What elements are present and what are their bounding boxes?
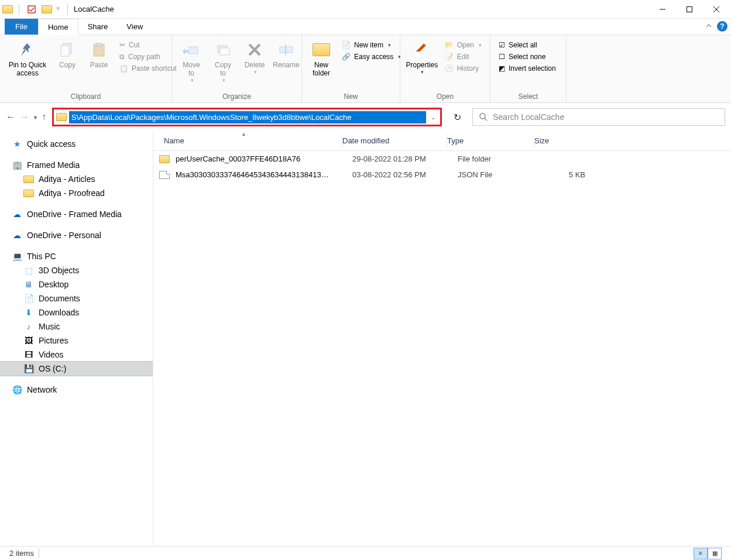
rename-button[interactable]: Rename — [270, 39, 302, 70]
close-button[interactable] — [703, 1, 730, 18]
network-icon: 🌐 — [12, 385, 22, 394]
table-row[interactable]: perUserCache_00037FFE46D18A76 29-08-2022… — [153, 151, 731, 167]
label: OneDrive - Personal — [27, 231, 101, 240]
refresh-button[interactable]: ↻ — [448, 108, 466, 126]
label: Music — [39, 322, 60, 331]
label: This PC — [27, 252, 56, 261]
qat-dropdown-icon[interactable]: 〒 — [56, 3, 61, 16]
ribbon-tabs: File Home Share View ? — [0, 19, 731, 35]
maximize-button[interactable] — [676, 1, 703, 18]
move-to-button[interactable]: Move to▾ — [176, 39, 207, 84]
pin-to-quick-access-button[interactable]: Pin to Quick access — [4, 39, 52, 78]
select-none-button[interactable]: ☐Select none — [496, 51, 558, 62]
help-icon[interactable]: ? — [717, 21, 727, 32]
sidebar-item-onedrive-personal[interactable]: ☁OneDrive - Personal — [0, 228, 153, 242]
open-button[interactable]: 📂Open▾ — [442, 40, 484, 50]
sidebar-item-downloads[interactable]: ⬇Downloads — [0, 305, 153, 319]
invert-selection-button[interactable]: ◩Invert selection — [496, 63, 558, 74]
copy-button[interactable]: Copy — [52, 39, 83, 70]
sidebar-item-3d-objects[interactable]: ⬚3D Objects — [0, 263, 153, 277]
edit-button[interactable]: 📝Edit — [442, 51, 484, 62]
sidebar-item-aditya-proofread[interactable]: Aditya - Proofread — [0, 186, 153, 200]
easy-access-button[interactable]: 🔗Easy access▾ — [339, 51, 403, 62]
sidebar-item-aditya-articles[interactable]: Aditya - Articles — [0, 172, 153, 186]
column-size[interactable]: Size — [534, 136, 731, 145]
star-icon: ★ — [12, 139, 22, 149]
forward-button[interactable]: → — [20, 112, 29, 122]
table-row[interactable]: Msa3030303337464645343634443138413… 03-0… — [153, 167, 731, 183]
copy-to-button[interactable]: Copy to▾ — [207, 39, 239, 84]
label: Copy — [59, 61, 75, 69]
tab-share[interactable]: Share — [78, 19, 118, 35]
address-dropdown-icon[interactable]: ⌄ — [427, 114, 439, 121]
label: Properties — [406, 61, 438, 69]
sidebar-item-this-pc[interactable]: 💻This PC — [0, 249, 153, 263]
copy-path-button[interactable]: ⧉Copy path — [117, 51, 179, 62]
file-view: Name ▲ Date modified Type Size perUserCa… — [153, 131, 731, 546]
recent-locations-button[interactable]: ▾ — [34, 114, 37, 121]
separator — [39, 548, 39, 559]
collapse-ribbon-icon[interactable] — [705, 22, 712, 29]
sidebar-item-desktop[interactable]: 🖥Desktop — [0, 277, 153, 291]
rename-icon — [276, 40, 296, 60]
new-folder-icon — [311, 40, 331, 60]
label: Framed Media — [27, 160, 80, 170]
paste-icon — [89, 40, 109, 60]
drive-icon: 💾 — [23, 364, 34, 373]
sidebar-item-music[interactable]: ♪Music — [0, 319, 153, 334]
sidebar-item-os-c[interactable]: 💾OS (C:) — [0, 362, 153, 376]
column-name[interactable]: Name ▲ — [153, 136, 342, 145]
label: OS (C:) — [39, 364, 66, 373]
sidebar-item-quick-access[interactable]: ★Quick access — [0, 137, 153, 151]
back-button[interactable]: ← — [6, 112, 15, 122]
new-item-button[interactable]: 📄New item▾ — [339, 40, 403, 50]
label: Open — [457, 41, 474, 49]
search-input[interactable] — [493, 112, 719, 122]
column-modified[interactable]: Date modified — [342, 136, 447, 145]
large-icons-view-button[interactable]: ▦ — [708, 548, 722, 559]
details-view-button[interactable]: ≡ — [694, 548, 708, 559]
qat-properties-icon[interactable] — [25, 3, 38, 16]
address-bar[interactable]: ⌄ — [52, 108, 442, 126]
navigation-pane: ★Quick access 🏢Framed Media Aditya - Art… — [0, 131, 153, 546]
sidebar-item-videos[interactable]: 🎞Videos — [0, 348, 153, 362]
label: Easy access — [354, 53, 393, 61]
label: Date modified — [342, 136, 389, 145]
svg-rect-11 — [220, 48, 229, 55]
folder-icon[interactable] — [42, 5, 52, 13]
minimize-button[interactable] — [649, 1, 676, 18]
label: Rename — [273, 61, 299, 69]
folder-icon — [56, 113, 67, 121]
window-controls — [649, 1, 730, 18]
separator — [67, 4, 68, 15]
history-button[interactable]: 🕑History — [442, 63, 484, 74]
group-clipboard: Pin to Quick access Copy Paste ✂Cut ⧉Cop… — [0, 35, 172, 102]
tab-view[interactable]: View — [117, 19, 152, 35]
cut-button[interactable]: ✂Cut — [117, 40, 179, 50]
group-label: New — [303, 92, 399, 102]
select-all-button[interactable]: ☑Select all — [496, 40, 558, 50]
file-list: perUserCache_00037FFE46D18A76 29-08-2022… — [153, 151, 731, 183]
delete-button[interactable]: Delete▾ — [239, 39, 270, 76]
sidebar-item-framed-media[interactable]: 🏢Framed Media — [0, 158, 153, 172]
paste-button[interactable]: Paste — [83, 39, 115, 70]
tab-home[interactable]: Home — [38, 19, 78, 35]
paste-shortcut-button[interactable]: 📋Paste shortcut — [117, 63, 179, 74]
label: Quick access — [27, 139, 75, 149]
sidebar-item-documents[interactable]: 📄Documents — [0, 291, 153, 305]
cube-icon: ⬚ — [23, 266, 34, 275]
column-type[interactable]: Type — [447, 136, 534, 145]
tab-file[interactable]: File — [5, 19, 38, 35]
videos-icon: 🎞 — [23, 350, 34, 359]
sidebar-item-network[interactable]: 🌐Network — [0, 383, 153, 397]
sidebar-item-onedrive-framed[interactable]: ☁OneDrive - Framed Media — [0, 207, 153, 221]
separator — [19, 4, 19, 15]
file-name: Msa3030303337464645343634443138413… — [176, 170, 352, 179]
main-area: ★Quick access 🏢Framed Media Aditya - Art… — [0, 131, 731, 546]
properties-button[interactable]: Properties▾ — [404, 39, 440, 76]
search-box[interactable] — [472, 108, 725, 126]
address-input[interactable] — [69, 111, 426, 123]
sidebar-item-pictures[interactable]: 🖼Pictures — [0, 334, 153, 348]
up-button[interactable]: ↑ — [42, 112, 46, 122]
new-folder-button[interactable]: New folder — [306, 39, 337, 78]
